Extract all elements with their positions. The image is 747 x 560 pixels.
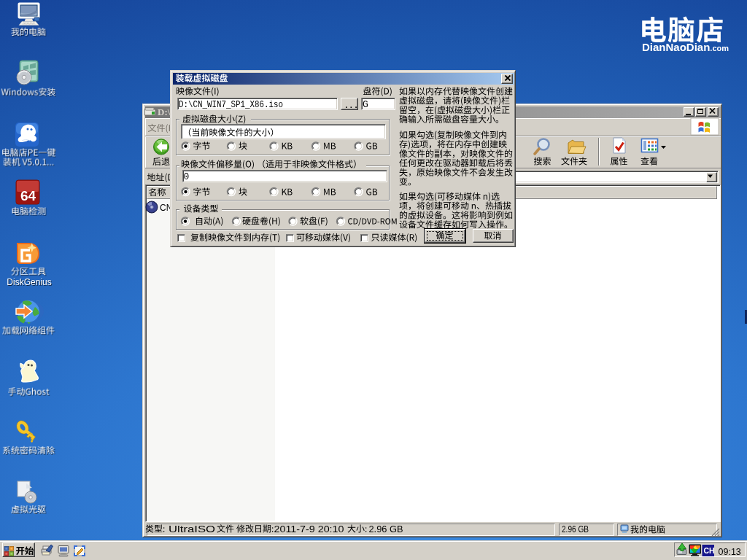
svg-text:09:13: 09:13 [719, 547, 741, 557]
svg-text:CH: CH [704, 546, 715, 555]
